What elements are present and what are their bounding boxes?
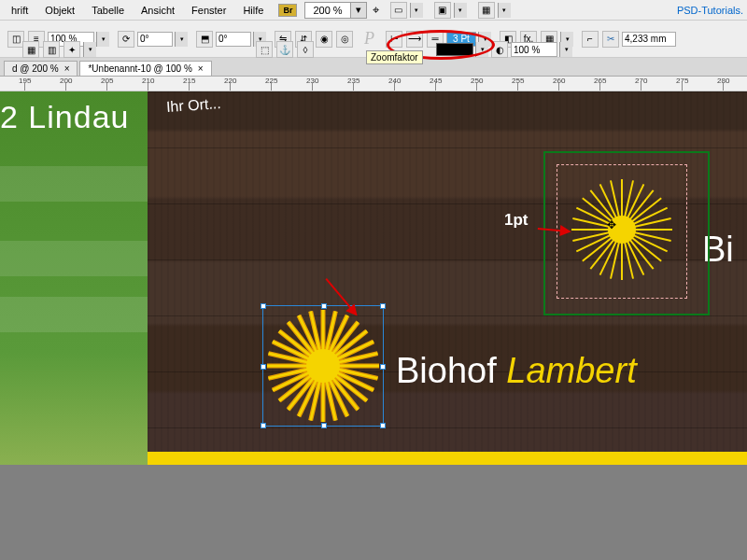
menu-ansicht[interactable]: Ansicht xyxy=(134,3,182,18)
horizontal-ruler: 1952002052102152202252302352402452502552… xyxy=(0,77,747,91)
tab-doc2[interactable]: *Unbenannt-10 @ 100 %× xyxy=(79,61,211,76)
stripe xyxy=(0,297,148,332)
artboard: 2 Lindau Ihr Ort... Biohof Lambert Bi 1p… xyxy=(0,91,747,465)
green-panel xyxy=(0,91,148,465)
arrange-icon[interactable]: ▦ xyxy=(478,2,495,19)
cell-icon[interactable]: ▥ xyxy=(43,41,60,58)
zoom-tooltip: Zoomfaktor xyxy=(366,50,423,64)
selection-handle[interactable] xyxy=(321,303,327,309)
fill-color-swatch[interactable] xyxy=(436,43,473,56)
crop-icon[interactable]: ✂ xyxy=(602,31,619,48)
text-wrap-icon[interactable]: ⬚ xyxy=(256,41,273,58)
zoom-level-value: 200 % xyxy=(305,5,349,16)
tint-input[interactable] xyxy=(511,42,557,57)
close-icon[interactable]: × xyxy=(198,63,204,74)
selection-handle[interactable] xyxy=(380,303,386,309)
sun-core-icon xyxy=(306,349,340,383)
lindau-text: 2 Lindau xyxy=(0,99,129,135)
paragraph-icon: P xyxy=(359,29,380,49)
convert-icon[interactable]: ◊ xyxy=(297,41,314,58)
cursor-icon: ⌖ xyxy=(373,3,379,18)
corner-icon[interactable]: ⌐ xyxy=(582,31,599,48)
chevron-down-icon[interactable]: ▾ xyxy=(454,3,467,18)
selection-handle[interactable] xyxy=(261,423,266,428)
canvas[interactable]: 2 Lindau Ihr Ort... Biohof Lambert Bi 1p… xyxy=(0,91,747,560)
menu-fenster[interactable]: Fenster xyxy=(184,3,233,18)
close-icon[interactable]: × xyxy=(64,63,70,74)
measure-input[interactable] xyxy=(622,32,676,47)
menu-hilfe[interactable]: Hilfe xyxy=(235,3,271,18)
chevron-down-icon[interactable]: ▾ xyxy=(559,42,572,57)
effects-icon[interactable]: ✦ xyxy=(63,41,80,58)
chevron-down-icon[interactable]: ▾ xyxy=(83,42,96,57)
stroke-start-icon[interactable]: ⊢ xyxy=(386,31,402,48)
bridge-button[interactable]: Br xyxy=(278,4,297,17)
select-container-icon[interactable]: ◉ xyxy=(316,31,332,48)
anchor-icon[interactable]: ⚓ xyxy=(276,41,293,58)
rotate-icon[interactable]: ⟳ xyxy=(118,31,134,48)
selection-handle[interactable] xyxy=(261,364,266,370)
cursor-icon: ✥ xyxy=(607,218,616,231)
stripe xyxy=(0,166,148,202)
selection-handle[interactable] xyxy=(380,364,386,370)
chevron-down-icon[interactable]: ▾ xyxy=(475,42,488,57)
screen-mode-icon[interactable]: ▭ xyxy=(390,2,407,19)
stripe xyxy=(0,241,148,276)
biohof-text: Biohof Lambert xyxy=(396,351,637,391)
tab-doc1[interactable]: d @ 200 %× xyxy=(4,61,78,76)
shear-input[interactable] xyxy=(216,32,251,47)
zoom-level-combo[interactable]: 200 % ▾ xyxy=(304,2,366,19)
psd-tutorials-link[interactable]: PSD-Tutorials. xyxy=(677,5,743,16)
yellow-bar xyxy=(148,452,747,465)
selection-handle[interactable] xyxy=(321,423,327,428)
menu-tabelle[interactable]: Tabelle xyxy=(84,3,132,18)
shear-icon[interactable]: ⬒ xyxy=(196,31,213,48)
chevron-down-icon[interactable]: ▾ xyxy=(175,32,188,47)
chevron-down-icon[interactable]: ▾ xyxy=(350,3,366,18)
pt-annotation: 1pt xyxy=(504,211,529,230)
stroke-cap-icon[interactable]: ⟶ xyxy=(406,31,423,48)
menu-schrift[interactable]: hrift xyxy=(4,3,35,18)
chevron-down-icon[interactable]: ▾ xyxy=(410,3,423,18)
tint-icon[interactable]: ◐ xyxy=(491,41,508,58)
select-content-icon[interactable]: ◎ xyxy=(336,31,353,48)
selection-handle[interactable] xyxy=(380,423,386,428)
chevron-down-icon[interactable]: ▾ xyxy=(498,3,511,18)
menubar: hrift Objekt Tabelle Ansicht Fenster Hil… xyxy=(0,0,747,21)
grid-icon[interactable]: ▦ xyxy=(22,41,39,58)
menu-objekt[interactable]: Objekt xyxy=(37,3,82,18)
rotation-input[interactable] xyxy=(137,32,173,47)
selection-handle[interactable] xyxy=(261,303,266,309)
view-options-icon[interactable]: ▣ xyxy=(434,2,451,19)
